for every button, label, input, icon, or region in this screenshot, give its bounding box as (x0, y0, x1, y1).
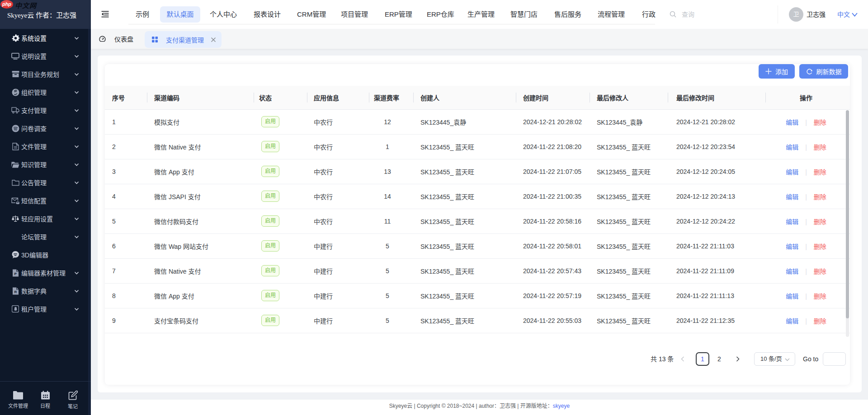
svg-text:R: R (14, 290, 17, 294)
svg-text:P: P (14, 272, 17, 276)
